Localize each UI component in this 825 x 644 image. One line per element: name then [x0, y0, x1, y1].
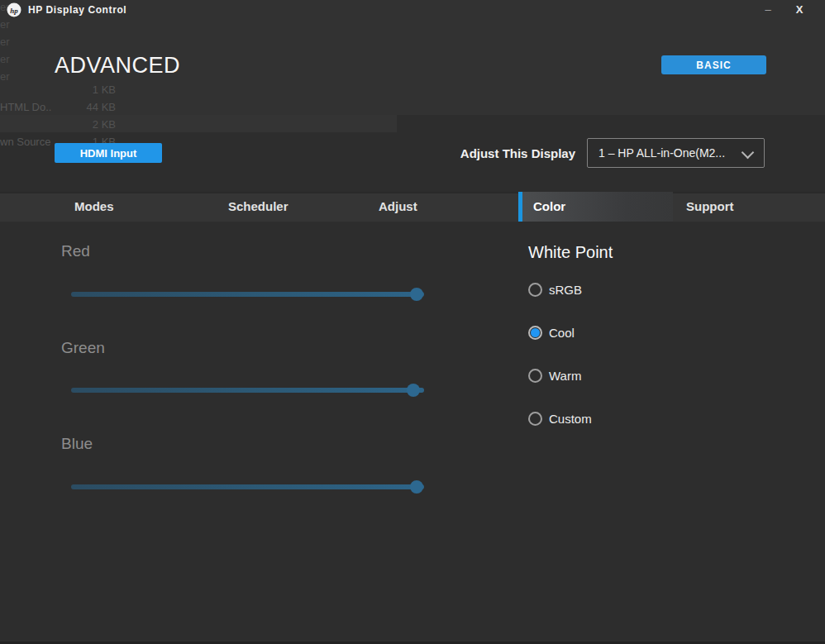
tab-support[interactable]: Support — [686, 192, 734, 222]
white-point-title: White Point — [528, 243, 613, 262]
display-select-dropdown[interactable]: 1 – HP ALL-in-One(M2... — [587, 138, 765, 168]
chevron-down-icon — [742, 146, 755, 160]
radio-label: Warm — [549, 369, 581, 383]
hdmi-input-button[interactable]: HDMI Input — [55, 143, 162, 163]
window-title: HP Display Control — [28, 4, 126, 16]
blue-slider[interactable] — [71, 479, 424, 494]
background-file-size: 1 KB — [48, 83, 116, 96]
radio-label: Cool — [549, 326, 575, 340]
hp-logo-icon: hp — [7, 2, 21, 17]
title-bar[interactable]: hp HP Display Control _ X — [0, 0, 825, 21]
basic-mode-button[interactable]: BASIC — [661, 55, 766, 74]
background-text-fragment: er — [0, 36, 12, 48]
red-slider[interactable] — [71, 287, 424, 302]
background-text-fragment: er — [0, 53, 12, 65]
page-title: ADVANCED — [55, 53, 180, 79]
tab-adjust[interactable]: Adjust — [379, 192, 417, 222]
background-file-size: 44 KB — [48, 101, 116, 113]
background-file-name: wn Source... — [0, 136, 51, 148]
blue-slider-track[interactable] — [71, 484, 424, 489]
minimize-button[interactable]: _ — [756, 0, 780, 20]
hp-display-control-window: er er er er er 1 KB HTML Do... 44 KB 2 K… — [0, 0, 825, 644]
adjust-this-display-label: Adjust This Display — [380, 146, 575, 160]
radio-label: sRGB — [549, 283, 582, 297]
green-slider-label: Green — [61, 339, 105, 357]
close-button[interactable]: X — [788, 0, 811, 20]
radio-button-icon[interactable] — [528, 412, 542, 426]
selected-tab-accent-bar — [518, 192, 522, 222]
green-slider-thumb[interactable] — [407, 384, 420, 397]
red-slider-thumb[interactable] — [410, 288, 423, 301]
background-file-size: 2 KB — [48, 118, 116, 131]
tab-scheduler[interactable]: Scheduler — [228, 192, 289, 222]
display-select-value: 1 – HP ALL-in-One(M2... — [598, 146, 725, 160]
radio-button-icon[interactable] — [528, 369, 542, 383]
tab-color[interactable]: Color — [533, 192, 565, 222]
background-text-fragment: er — [0, 70, 12, 83]
background-file-name: HTML Do... — [0, 101, 51, 113]
blue-slider-thumb[interactable] — [410, 480, 423, 494]
green-slider-track[interactable] — [71, 388, 424, 393]
svg-text:hp: hp — [10, 7, 18, 15]
blue-slider-label: Blue — [61, 435, 93, 453]
red-slider-track[interactable] — [71, 292, 424, 297]
radio-label: Custom — [549, 412, 592, 426]
red-slider-label: Red — [61, 242, 90, 260]
radio-button-icon[interactable] — [528, 283, 542, 297]
green-slider[interactable] — [71, 383, 424, 398]
radio-button-icon[interactable] — [528, 326, 542, 340]
tab-modes[interactable]: Modes — [74, 192, 114, 222]
